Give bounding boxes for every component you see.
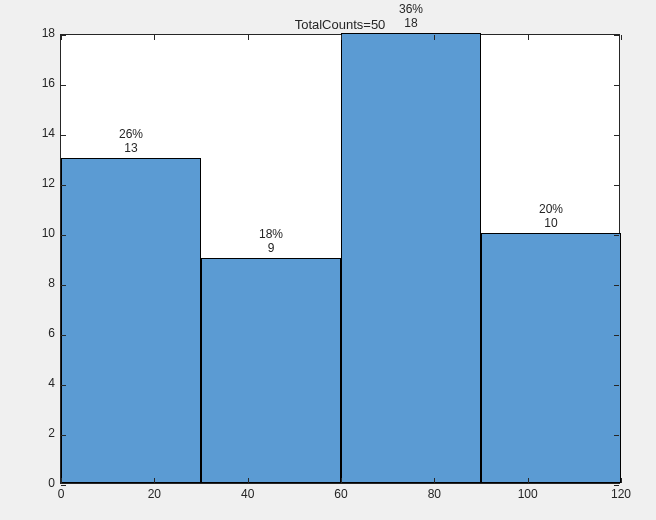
bar-label-3: 20% 10 [539, 203, 563, 231]
bar-pct-0: 26% [119, 128, 143, 142]
chart-title: TotalCounts=50 [295, 17, 386, 32]
figure-window: TotalCounts=50 26% 13 18% 9 36% 18 20% 1… [0, 0, 656, 520]
ytick-3: 6 [48, 326, 55, 340]
bar-3 [481, 233, 621, 483]
bar-1 [201, 258, 341, 483]
bar-label-0: 26% 13 [119, 128, 143, 156]
bar-pct-3: 20% [539, 203, 563, 217]
ytick-4: 8 [48, 276, 55, 290]
ytick-5: 10 [42, 226, 55, 240]
ytick-7: 14 [42, 126, 55, 140]
ytick-9: 18 [42, 26, 55, 40]
ytick-0: 0 [48, 476, 55, 490]
xtick-6: 120 [611, 487, 631, 501]
ytick-2: 4 [48, 376, 55, 390]
ytick-8: 16 [42, 76, 55, 90]
xtick-4: 80 [428, 487, 441, 501]
ytick-1: 2 [48, 426, 55, 440]
ytick-6: 12 [42, 176, 55, 190]
bar-cnt-1: 9 [259, 242, 283, 256]
xtick-2: 40 [241, 487, 254, 501]
bar-pct-1: 18% [259, 228, 283, 242]
bar-cnt-3: 10 [539, 217, 563, 231]
bar-pct-2: 36% [399, 3, 423, 17]
xtick-3: 60 [334, 487, 347, 501]
xtick-1: 20 [148, 487, 161, 501]
xtick-0: 0 [58, 487, 65, 501]
bar-label-1: 18% 9 [259, 228, 283, 256]
bar-0 [61, 158, 201, 483]
bar-2 [341, 33, 481, 483]
bar-cnt-0: 13 [119, 142, 143, 156]
bar-label-2: 36% 18 [399, 3, 423, 31]
bar-cnt-2: 18 [399, 17, 423, 31]
axes: TotalCounts=50 26% 13 18% 9 36% 18 20% 1… [60, 34, 620, 484]
xtick-5: 100 [518, 487, 538, 501]
